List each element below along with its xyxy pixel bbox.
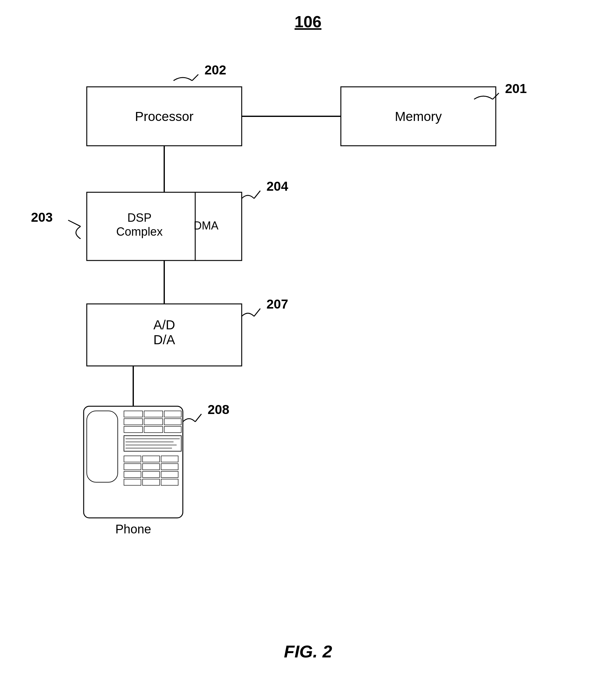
- phone-ref-line: [195, 414, 202, 422]
- page: 106 Processor 202 Memory 201 DSP Complex…: [0, 0, 616, 681]
- adc-label-line2: D/A: [153, 332, 175, 347]
- diagram-svg: Processor 202 Memory 201 DSP Complex DMA…: [0, 0, 616, 681]
- phone-handset: [87, 411, 118, 482]
- processor-label: Processor: [135, 109, 193, 124]
- dsp-outer-box: [87, 192, 242, 260]
- processor-ref-curve: [173, 78, 192, 81]
- dma-ref-label: 204: [266, 179, 289, 194]
- dsp-label-line2: Complex: [116, 225, 163, 238]
- phone-text-label: Phone: [115, 522, 151, 536]
- dma-ref-curve: [242, 195, 254, 199]
- dsp-ref-label: 203: [31, 210, 53, 225]
- adc-label-line1: A/D: [153, 318, 175, 332]
- adc-ref-line: [254, 308, 260, 316]
- dma-label: DMA: [194, 219, 218, 232]
- phone-ref-curve: [183, 419, 195, 422]
- dma-ref-line: [254, 191, 260, 199]
- memory-ref-label: 201: [505, 81, 527, 96]
- processor-ref-label: 202: [205, 62, 226, 77]
- adc-ref-label: 207: [266, 297, 288, 311]
- adc-ref-curve: [242, 313, 254, 316]
- dsp-ref-line: [68, 220, 81, 226]
- phone-ref-label: 208: [208, 402, 229, 417]
- dsp-label-line1: DSP: [127, 211, 152, 224]
- figure-caption: FIG. 2: [284, 641, 332, 661]
- processor-ref-line: [192, 74, 198, 81]
- memory-label: Memory: [395, 109, 442, 124]
- dsp-ref-curve: [76, 226, 81, 239]
